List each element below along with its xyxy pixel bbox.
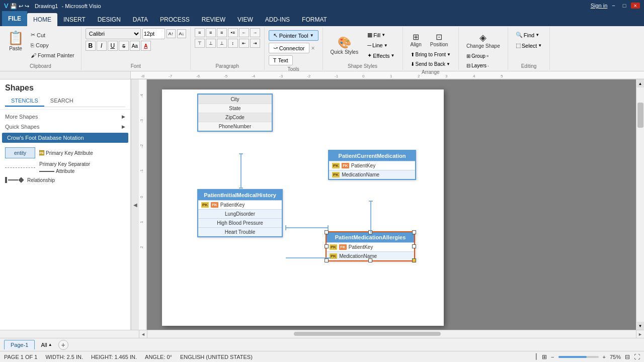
status-right: ⎮ ⊞ − + 75% ⊟ ⛶ — [535, 353, 640, 360]
separator-shape[interactable] — [5, 167, 35, 168]
full-screen-btn[interactable]: ⛶ — [634, 353, 640, 360]
minimize-btn[interactable]: − — [609, 3, 618, 9]
tab-data[interactable]: DATA — [127, 13, 154, 26]
valign-top-btn[interactable]: ⊤ — [195, 39, 205, 48]
add-page-btn[interactable]: + — [58, 340, 68, 350]
quick-access-save[interactable]: 💾 — [10, 3, 17, 9]
font-size-input[interactable] — [142, 28, 165, 39]
format-painter-button[interactable]: 🖌 Format Painter — [28, 51, 77, 60]
quick-access-undo[interactable]: ↩ — [19, 3, 23, 9]
accessibility-icon[interactable]: ⎮ — [535, 353, 538, 360]
quick-styles-btn[interactable]: 🎨 Quick Styles — [327, 34, 362, 57]
valign-bot-btn[interactable]: ⊥ — [217, 39, 227, 48]
underline-btn[interactable]: U — [108, 41, 118, 51]
font-color-btn[interactable]: A — [141, 41, 151, 51]
address-zip-row: ZipCode — [198, 113, 272, 122]
effects-btn[interactable]: ✦ Effects ▼ — [364, 51, 398, 60]
patient-history-table[interactable]: PatientInitialMedicalHistory PK FK Patie… — [197, 189, 283, 237]
tab-review[interactable]: REVIEW — [196, 13, 231, 26]
drawing-canvas[interactable]: City State ZipCode PhoneNumber PatientIn… — [162, 89, 444, 326]
tab-addins[interactable]: ADD-INS — [259, 13, 296, 26]
relationship-shape[interactable] — [5, 177, 23, 183]
vscroll-down-btn[interactable]: ▼ — [637, 322, 644, 330]
quick-shapes-item[interactable]: Quick Shapes ▶ — [0, 122, 130, 132]
align-left-btn[interactable]: ≡ — [195, 28, 205, 37]
indent-right-btn[interactable]: ⇥ — [250, 39, 260, 48]
tab-process[interactable]: PROCESS — [154, 13, 196, 26]
vertical-scrollbar[interactable]: ▲ ▼ — [636, 79, 644, 330]
stencils-tab[interactable]: STENCILS — [5, 96, 44, 107]
all-pages-dropdown[interactable]: All ▲ — [37, 340, 56, 349]
bullet-list-btn[interactable]: •≡ — [228, 28, 238, 37]
tab-format[interactable]: FORMAT — [296, 13, 333, 26]
decrease-indent-btn[interactable]: ← — [239, 28, 249, 37]
spacing-btn[interactable]: ↕ — [228, 39, 238, 48]
fit-width-btn[interactable]: ⊟ — [625, 353, 630, 360]
entity-shape[interactable]: entity — [5, 147, 35, 158]
italic-btn[interactable]: I — [97, 41, 107, 51]
current-medication-table[interactable]: PatientCurrentMedication PK FK PatientKe… — [328, 150, 416, 180]
sign-in-link[interactable]: Sign in — [591, 3, 608, 9]
more-shapes-item[interactable]: More Shapes ▶ — [0, 112, 130, 122]
svg-text:1: 1 — [390, 74, 392, 78]
pointer-tool-btn[interactable]: ↖ Pointer Tool ▼ — [269, 30, 318, 41]
maximize-btn[interactable]: □ — [620, 3, 629, 9]
align-right-btn[interactable]: ≡ — [217, 28, 227, 37]
bold-btn[interactable]: B — [86, 41, 96, 51]
font-family-select[interactable]: Calibri — [86, 28, 141, 39]
zoom-in-btn[interactable]: + — [603, 354, 606, 360]
tab-home[interactable]: HOME — [27, 13, 57, 26]
group-btn[interactable]: ⊞ Group = — [463, 52, 492, 60]
select-btn[interactable]: ⬚ Select ▼ — [512, 41, 546, 50]
increase-font-btn[interactable]: A↑ — [167, 29, 176, 38]
send-back-btn[interactable]: ⬇ Send to Back ▼ — [407, 60, 454, 68]
heart-field: Heart Trouble — [225, 229, 256, 235]
tab-design[interactable]: DESIGN — [92, 13, 127, 26]
hscroll-thumb[interactable] — [294, 332, 440, 336]
find-btn[interactable]: 🔍 Find ▼ — [512, 30, 543, 40]
zoom-out-btn[interactable]: − — [551, 354, 554, 360]
fit-page-btn[interactable]: ⊞ — [542, 353, 547, 360]
align-center-btn[interactable]: ≡ — [206, 28, 216, 37]
hscroll-right-btn[interactable]: ► — [636, 330, 644, 338]
tab-view[interactable]: VIEW — [231, 13, 259, 26]
layers-btn[interactable]: ⊟ Layers - — [463, 61, 493, 70]
page-1-tab[interactable]: Page-1 — [4, 340, 35, 349]
close-btn[interactable]: × — [631, 3, 640, 9]
increase-indent-btn[interactable]: → — [250, 28, 260, 37]
quick-shapes-arrow: ▶ — [122, 124, 125, 129]
vscroll-up-btn[interactable]: ▲ — [637, 79, 644, 87]
align-btn[interactable]: ⊞ Align — [407, 30, 425, 49]
search-tab[interactable]: SEARCH — [44, 96, 79, 107]
connector-tool-btn[interactable]: ⤻ Connector — [269, 43, 309, 53]
bring-front-btn[interactable]: ⬆ Bring to Front ▼ — [407, 50, 455, 59]
fill-btn[interactable]: ▦ Fill ▼ — [364, 30, 398, 40]
tab-insert[interactable]: INSERT — [57, 13, 92, 26]
indent-left-btn[interactable]: ⇤ — [239, 39, 249, 48]
vscroll-thumb[interactable] — [637, 103, 643, 128]
hscroll-track[interactable] — [147, 330, 636, 338]
canvas-container: City State ZipCode PhoneNumber PatientIn… — [147, 79, 644, 330]
copy-button[interactable]: ⎘ Copy — [28, 41, 77, 50]
pointer-dropdown[interactable]: ▼ — [310, 33, 314, 38]
copy-icon: ⎘ — [31, 42, 34, 48]
position-btn[interactable]: ⊡ Position — [427, 30, 452, 49]
change-shape-btn[interactable]: ◈ Change Shape — [463, 30, 504, 51]
panel-collapse-btn[interactable]: ◀ — [131, 79, 139, 330]
address-table[interactable]: City State ZipCode PhoneNumber — [197, 94, 273, 132]
strikethrough-btn[interactable]: S̶ — [119, 41, 129, 51]
cut-button[interactable]: ✂ Cut — [28, 30, 77, 40]
decrease-font-btn[interactable]: A↓ — [177, 29, 186, 38]
quick-access-redo[interactable]: ↪ — [25, 3, 29, 9]
line-btn[interactable]: ─ Line ▼ — [364, 41, 398, 50]
valign-mid-btn[interactable]: ⊥ — [206, 39, 216, 48]
hscroll-left-btn[interactable]: ◄ — [139, 330, 147, 338]
quick-styles-label: Quick Styles — [331, 49, 359, 55]
file-tab[interactable]: FILE — [2, 11, 27, 26]
crows-foot-item[interactable]: Crow's Foot Database Notation — [2, 133, 128, 143]
connector-close-btn[interactable]: × — [311, 45, 315, 52]
zoom-slider[interactable] — [558, 356, 599, 358]
paste-button[interactable]: 📋 Paste — [4, 28, 27, 53]
text-tool-btn[interactable]: T Text — [269, 55, 293, 65]
medication-allergies-table[interactable]: PatientMedicationAllergies PK FK Patient… — [326, 231, 415, 261]
